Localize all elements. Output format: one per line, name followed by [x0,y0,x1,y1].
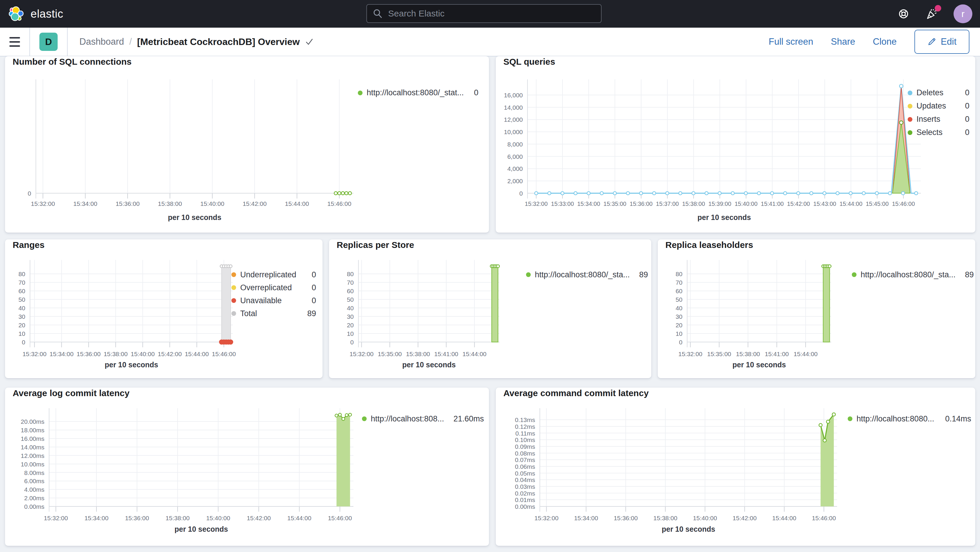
svg-text:15:38:00: 15:38:00 [103,350,127,357]
legend-item[interactable]: Selects0 [908,126,969,139]
chart-average-log-commit-latency[interactable]: 0.00ms2.00ms4.00ms6.00ms8.00ms10.00ms12.… [5,388,489,546]
svg-text:15:34:00: 15:34:00 [577,200,600,207]
legend-dot-icon [231,285,236,290]
full-screen-button[interactable]: Full screen [768,37,813,47]
svg-text:15:46:00: 15:46:00 [812,515,836,522]
legend-label: http://localhost:8080... [856,414,934,423]
legend-item[interactable]: Unavailable0 [231,294,316,307]
chart-legend: http://localhost:8080...0.14ms [848,412,971,425]
chart-replicas-per-store[interactable]: 0102030405060708015:32:0015:35:0015:38:0… [329,239,651,378]
clone-button[interactable]: Clone [873,37,897,47]
svg-text:0.05ms: 0.05ms [515,470,535,477]
svg-text:70: 70 [347,279,354,286]
whats-new-button[interactable] [925,7,938,20]
legend-dot-icon [231,311,236,316]
svg-text:15:44:00: 15:44:00 [285,200,309,207]
svg-text:15:38:00: 15:38:00 [158,200,182,207]
chart-replica-leaseholders[interactable]: 0102030405060708015:32:0015:35:0015:38:0… [658,239,975,378]
legend-item[interactable]: Overreplicated0 [231,281,316,294]
legend-label: http://localhost:8080/_sta... [861,270,956,279]
search-input[interactable] [388,8,595,19]
menu-icon[interactable] [0,28,29,56]
svg-text:50: 50 [347,296,354,303]
svg-text:15:41:00: 15:41:00 [765,350,789,357]
chart-legend: http://localhost:8080/_sta...89 [852,268,971,281]
svg-text:15:38:00: 15:38:00 [165,515,190,522]
svg-text:15:35:00: 15:35:00 [707,350,731,357]
legend-label: Inserts [916,115,940,124]
legend-label: Total [240,309,257,318]
legend-value: 0 [960,115,969,124]
svg-text:15:37:00: 15:37:00 [656,200,679,207]
chart-legend: Underreplicated0Overreplicated0Unavailab… [231,268,316,320]
legend-value: 89 [634,270,648,279]
svg-text:60: 60 [676,288,682,294]
help-button[interactable] [897,7,910,20]
svg-text:4.00ms: 4.00ms [24,486,45,493]
svg-text:15:42:00: 15:42:00 [158,350,182,357]
notification-badge [935,5,941,11]
svg-text:15:36:00: 15:36:00 [125,515,149,522]
elastic-logo[interactable]: elastic [9,6,63,22]
legend-label: Updates [916,102,946,111]
svg-text:15:35:00: 15:35:00 [378,350,402,357]
legend-item[interactable]: Underreplicated0 [231,268,316,281]
svg-text:15:42:00: 15:42:00 [733,515,757,522]
svg-text:0: 0 [679,339,682,345]
panel-sql-queries: SQL queries 02,0004,0006,0008,00010,0001… [496,56,975,232]
legend-label: Selects [916,128,943,137]
svg-text:20: 20 [347,322,354,328]
breadcrumb-dashboard-link[interactable]: Dashboard [80,37,124,47]
top-chrome-bar: elastic [0,0,980,28]
svg-text:15:44:00: 15:44:00 [772,515,796,522]
legend-value: 0 [306,270,316,279]
legend-item[interactable]: Inserts0 [908,113,969,126]
global-search[interactable] [366,4,601,23]
legend-item[interactable]: http://localhost:8080...0.14ms [848,412,971,425]
user-avatar[interactable]: r [953,5,972,23]
svg-text:15:38:00: 15:38:00 [736,350,760,357]
share-button[interactable]: Share [831,37,855,47]
legend-value: 0.14ms [940,414,971,423]
legend-item[interactable]: Total89 [231,307,316,320]
legend-label: http://localhost:808... [371,414,444,423]
chart-sql-queries[interactable]: 02,0004,0006,0008,00010,00012,00014,0001… [496,56,975,232]
legend-value: 89 [302,309,316,318]
life-ring-icon [898,8,910,20]
space-initial: D [45,37,52,47]
check-icon[interactable] [305,37,314,46]
legend-value: 0 [306,296,316,305]
svg-text:15:43:00: 15:43:00 [813,200,836,207]
edit-button[interactable]: Edit [915,30,969,54]
legend-label: http://localhost:8080/_stat... [367,88,464,97]
legend-item[interactable]: http://localhost:8080/_sta...89 [852,268,971,281]
legend-item[interactable]: Updates0 [908,99,969,113]
svg-text:0.04ms: 0.04ms [515,476,535,483]
legend-item[interactable]: http://localhost:808...21.60ms [362,412,484,425]
legend-item[interactable]: http://localhost:8080/_stat...0 [358,86,478,99]
svg-text:0.12ms: 0.12ms [515,423,535,430]
svg-text:2.00ms: 2.00ms [24,495,45,501]
search-icon [373,8,383,19]
svg-text:80: 80 [347,270,354,277]
svg-text:15:39:00: 15:39:00 [708,200,731,207]
svg-text:6,000: 6,000 [507,153,523,160]
svg-text:15:34:00: 15:34:00 [574,515,598,522]
svg-text:15:42:00: 15:42:00 [243,200,267,207]
svg-text:0.08ms: 0.08ms [515,450,535,457]
svg-text:20.00ms: 20.00ms [21,418,45,425]
svg-text:15:44:00: 15:44:00 [794,350,818,357]
legend-item[interactable]: http://localhost:8080/_sta...89 [526,268,644,281]
space-badge[interactable]: D [40,33,57,51]
svg-text:15:32:00: 15:32:00 [350,350,374,357]
svg-text:8.00ms: 8.00ms [24,469,45,476]
chart-number-of-sql-connections[interactable]: 015:32:0015:34:0015:36:0015:38:0015:40:0… [5,56,489,232]
chart-average-command-commit-latency[interactable]: 0.00ms0.01ms0.02ms0.03ms0.04ms0.05ms0.06… [496,388,975,546]
svg-text:15:41:00: 15:41:00 [761,200,784,207]
svg-text:15:41:00: 15:41:00 [434,350,458,357]
legend-item[interactable]: Deletes0 [908,86,969,99]
svg-text:20: 20 [676,322,682,328]
svg-text:0.01ms: 0.01ms [515,496,535,503]
svg-text:per 10 seconds: per 10 seconds [174,525,228,533]
svg-text:15:42:00: 15:42:00 [787,200,810,207]
